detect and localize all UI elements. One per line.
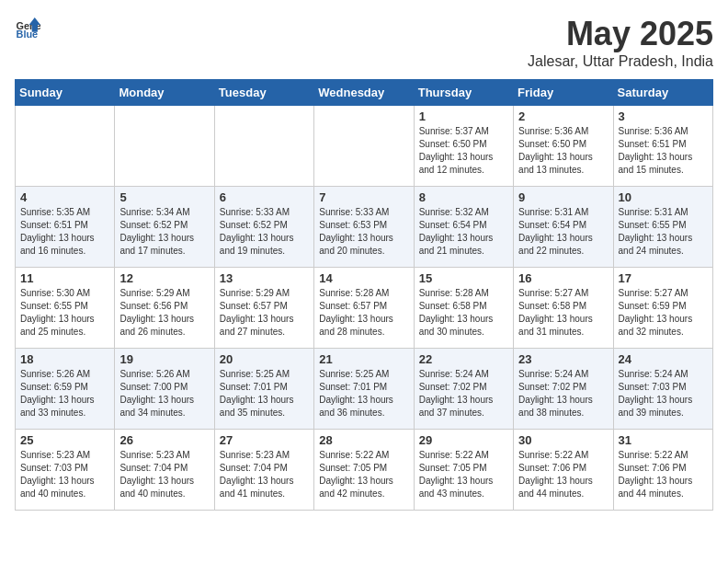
day-number: 7: [319, 190, 408, 204]
day-number: 16: [518, 271, 608, 285]
table-cell: 31Sunrise: 5:22 AM Sunset: 7:06 PM Dayli…: [613, 430, 712, 511]
logo: General Blue: [15, 15, 40, 40]
table-cell: [16, 106, 115, 187]
day-number: 17: [619, 271, 708, 285]
day-info: Sunrise: 5:22 AM Sunset: 7:05 PM Dayligh…: [419, 449, 508, 500]
day-number: 22: [419, 352, 508, 366]
table-cell: 19Sunrise: 5:26 AM Sunset: 7:00 PM Dayli…: [115, 349, 214, 430]
table-cell: [214, 106, 313, 187]
table-cell: 10Sunrise: 5:31 AM Sunset: 6:55 PM Dayli…: [613, 187, 712, 268]
day-number: 9: [518, 190, 608, 204]
table-cell: 9Sunrise: 5:31 AM Sunset: 6:54 PM Daylig…: [514, 187, 613, 268]
table-cell: 26Sunrise: 5:23 AM Sunset: 7:04 PM Dayli…: [115, 430, 214, 511]
table-cell: 23Sunrise: 5:24 AM Sunset: 7:02 PM Dayli…: [514, 349, 613, 430]
day-number: 3: [619, 109, 708, 123]
header: General Blue May 2025 Jalesar, Uttar Pra…: [15, 15, 713, 70]
day-number: 14: [319, 271, 408, 285]
day-number: 12: [119, 271, 209, 285]
table-cell: 18Sunrise: 5:26 AM Sunset: 6:59 PM Dayli…: [16, 349, 115, 430]
table-cell: 30Sunrise: 5:22 AM Sunset: 7:06 PM Dayli…: [514, 430, 613, 511]
day-number: 19: [119, 352, 209, 366]
day-info: Sunrise: 5:33 AM Sunset: 6:53 PM Dayligh…: [319, 206, 408, 258]
header-sunday: Sunday: [16, 80, 115, 106]
header-monday: Monday: [115, 80, 214, 106]
day-info: Sunrise: 5:35 AM Sunset: 6:51 PM Dayligh…: [20, 206, 109, 258]
day-info: Sunrise: 5:22 AM Sunset: 7:06 PM Dayligh…: [619, 449, 708, 500]
day-info: Sunrise: 5:27 AM Sunset: 6:58 PM Dayligh…: [518, 287, 608, 339]
table-cell: 2Sunrise: 5:36 AM Sunset: 6:50 PM Daylig…: [514, 106, 613, 187]
day-info: Sunrise: 5:28 AM Sunset: 6:57 PM Dayligh…: [319, 287, 408, 339]
day-info: Sunrise: 5:25 AM Sunset: 7:01 PM Dayligh…: [319, 368, 408, 419]
day-info: Sunrise: 5:36 AM Sunset: 6:51 PM Dayligh…: [619, 125, 708, 177]
day-number: 23: [518, 352, 608, 366]
day-info: Sunrise: 5:26 AM Sunset: 6:59 PM Dayligh…: [20, 368, 109, 419]
table-cell: [115, 106, 214, 187]
day-info: Sunrise: 5:29 AM Sunset: 6:57 PM Dayligh…: [220, 287, 309, 339]
day-info: Sunrise: 5:32 AM Sunset: 6:54 PM Dayligh…: [419, 206, 508, 258]
day-number: 27: [220, 433, 309, 447]
day-info: Sunrise: 5:29 AM Sunset: 6:56 PM Dayligh…: [119, 287, 209, 339]
day-number: 28: [319, 433, 408, 447]
title-area: May 2025 Jalesar, Uttar Pradesh, India: [528, 15, 713, 70]
header-tuesday: Tuesday: [214, 80, 313, 106]
table-cell: 3Sunrise: 5:36 AM Sunset: 6:51 PM Daylig…: [613, 106, 712, 187]
day-number: 1: [419, 109, 508, 123]
day-number: 8: [419, 190, 508, 204]
day-number: 2: [518, 109, 608, 123]
table-cell: 14Sunrise: 5:28 AM Sunset: 6:57 PM Dayli…: [314, 268, 414, 349]
week-row-4: 18Sunrise: 5:26 AM Sunset: 6:59 PM Dayli…: [16, 349, 713, 430]
day-info: Sunrise: 5:31 AM Sunset: 6:54 PM Dayligh…: [518, 206, 608, 258]
logo-icon: General Blue: [15, 15, 40, 40]
day-number: 15: [419, 271, 508, 285]
day-info: Sunrise: 5:24 AM Sunset: 7:02 PM Dayligh…: [518, 368, 608, 419]
table-cell: 25Sunrise: 5:23 AM Sunset: 7:03 PM Dayli…: [16, 430, 115, 511]
day-info: Sunrise: 5:23 AM Sunset: 7:03 PM Dayligh…: [20, 449, 109, 500]
day-info: Sunrise: 5:34 AM Sunset: 6:52 PM Dayligh…: [119, 206, 209, 258]
day-info: Sunrise: 5:30 AM Sunset: 6:55 PM Dayligh…: [20, 287, 109, 339]
day-info: Sunrise: 5:23 AM Sunset: 7:04 PM Dayligh…: [220, 449, 309, 500]
day-number: 26: [119, 433, 209, 447]
day-number: 24: [619, 352, 708, 366]
day-number: 11: [20, 271, 109, 285]
table-cell: 24Sunrise: 5:24 AM Sunset: 7:03 PM Dayli…: [613, 349, 712, 430]
day-number: 20: [220, 352, 309, 366]
week-row-1: 1Sunrise: 5:37 AM Sunset: 6:50 PM Daylig…: [16, 106, 713, 187]
calendar-table: SundayMondayTuesdayWednesdayThursdayFrid…: [15, 79, 713, 511]
day-number: 31: [619, 433, 708, 447]
table-cell: 27Sunrise: 5:23 AM Sunset: 7:04 PM Dayli…: [214, 430, 313, 511]
day-info: Sunrise: 5:24 AM Sunset: 7:03 PM Dayligh…: [619, 368, 708, 419]
table-cell: 20Sunrise: 5:25 AM Sunset: 7:01 PM Dayli…: [214, 349, 313, 430]
table-cell: 7Sunrise: 5:33 AM Sunset: 6:53 PM Daylig…: [314, 187, 414, 268]
day-info: Sunrise: 5:26 AM Sunset: 7:00 PM Dayligh…: [119, 368, 209, 419]
table-cell: 21Sunrise: 5:25 AM Sunset: 7:01 PM Dayli…: [314, 349, 414, 430]
header-friday: Friday: [514, 80, 613, 106]
day-info: Sunrise: 5:28 AM Sunset: 6:58 PM Dayligh…: [419, 287, 508, 339]
day-number: 5: [119, 190, 209, 204]
table-cell: 29Sunrise: 5:22 AM Sunset: 7:05 PM Dayli…: [414, 430, 513, 511]
day-number: 10: [619, 190, 708, 204]
header-wednesday: Wednesday: [314, 80, 414, 106]
calendar-header-row: SundayMondayTuesdayWednesdayThursdayFrid…: [16, 80, 713, 106]
location-title: Jalesar, Uttar Pradesh, India: [528, 53, 713, 70]
day-info: Sunrise: 5:31 AM Sunset: 6:55 PM Dayligh…: [619, 206, 708, 258]
day-info: Sunrise: 5:37 AM Sunset: 6:50 PM Dayligh…: [419, 125, 508, 177]
day-number: 13: [220, 271, 309, 285]
day-info: Sunrise: 5:24 AM Sunset: 7:02 PM Dayligh…: [419, 368, 508, 419]
day-number: 29: [419, 433, 508, 447]
calendar-body: 1Sunrise: 5:37 AM Sunset: 6:50 PM Daylig…: [16, 106, 713, 511]
table-cell: 1Sunrise: 5:37 AM Sunset: 6:50 PM Daylig…: [414, 106, 513, 187]
table-cell: 4Sunrise: 5:35 AM Sunset: 6:51 PM Daylig…: [16, 187, 115, 268]
day-number: 6: [220, 190, 309, 204]
week-row-2: 4Sunrise: 5:35 AM Sunset: 6:51 PM Daylig…: [16, 187, 713, 268]
table-cell: 5Sunrise: 5:34 AM Sunset: 6:52 PM Daylig…: [115, 187, 214, 268]
day-info: Sunrise: 5:36 AM Sunset: 6:50 PM Dayligh…: [518, 125, 608, 177]
day-number: 18: [20, 352, 109, 366]
table-cell: 12Sunrise: 5:29 AM Sunset: 6:56 PM Dayli…: [115, 268, 214, 349]
day-info: Sunrise: 5:25 AM Sunset: 7:01 PM Dayligh…: [220, 368, 309, 419]
table-cell: 15Sunrise: 5:28 AM Sunset: 6:58 PM Dayli…: [414, 268, 513, 349]
table-cell: [314, 106, 414, 187]
header-thursday: Thursday: [414, 80, 513, 106]
header-saturday: Saturday: [613, 80, 712, 106]
day-number: 25: [20, 433, 109, 447]
day-info: Sunrise: 5:22 AM Sunset: 7:05 PM Dayligh…: [319, 449, 408, 500]
